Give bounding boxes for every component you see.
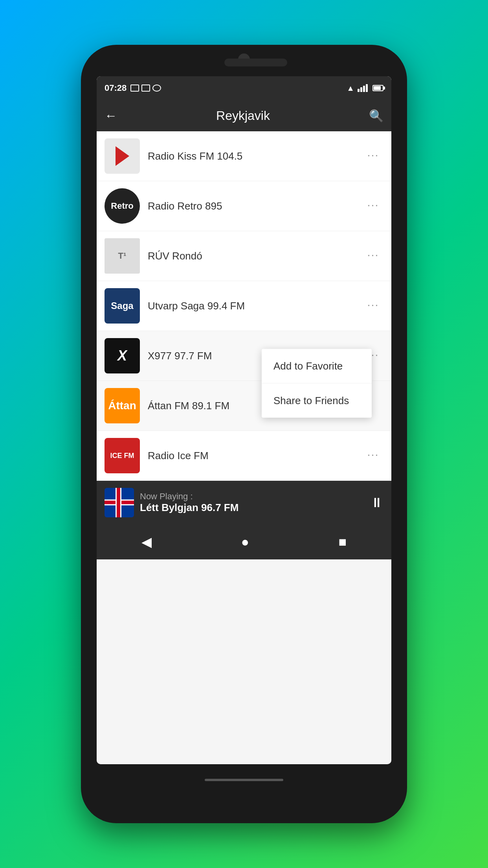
nav-recent-button[interactable]: ■ [339, 534, 347, 550]
add-to-favorite-button[interactable]: Add to Favorite [262, 349, 372, 384]
station-name: Radio Ice FM [148, 450, 363, 462]
home-indicator [205, 779, 283, 781]
wifi-icon: ▲ [347, 84, 354, 93]
status-bar: 07:28 ▲ [97, 76, 391, 100]
list-item[interactable]: ICE FM Radio Ice FM ⋮ [97, 431, 391, 481]
list-item[interactable]: X X977 97.7 FM ⋮ Add to Favorite Share t… [97, 331, 391, 381]
station-logo-kiss [105, 138, 140, 174]
station-name: Utvarp Saga 99.4 FM [148, 300, 363, 312]
signal-icon [358, 84, 368, 92]
now-playing-bar: Now Playing : Létt Bylgjan 96.7 FM ⏸ [97, 481, 391, 524]
station-logo-attan: Áttan [105, 388, 140, 423]
status-icon-2 [141, 85, 150, 92]
station-logo-ice: ICE FM [105, 438, 140, 473]
list-item[interactable]: Saga Utvarp Saga 99.4 FM ⋮ [97, 281, 391, 331]
station-list: Radio Kiss FM 104.5 ⋮ Retro Radio Retro … [97, 131, 391, 481]
bottom-navigation: ◀ ● ■ [97, 524, 391, 559]
station-logo-x977: X [105, 338, 140, 373]
back-button[interactable]: ← [105, 108, 117, 123]
search-button[interactable]: 🔍 [369, 109, 383, 123]
status-time: 07:28 [105, 83, 127, 93]
now-playing-logo [105, 488, 134, 517]
more-options-button[interactable]: ⋮ [363, 196, 383, 216]
status-icon-3 [152, 85, 161, 92]
nav-back-button[interactable]: ◀ [141, 534, 152, 550]
list-item[interactable]: Radio Kiss FM 104.5 ⋮ [97, 131, 391, 181]
station-name: Radio Kiss FM 104.5 [148, 150, 363, 162]
station-logo-ruv: T¹ [105, 238, 140, 274]
nav-home-button[interactable]: ● [241, 534, 249, 550]
more-options-button[interactable]: ⋮ [363, 146, 383, 166]
more-options-button[interactable]: ⋮ [363, 296, 383, 316]
station-name: Radio Retro 895 [148, 200, 363, 212]
now-playing-info: Now Playing : Létt Bylgjan 96.7 FM [140, 491, 364, 514]
battery-icon [372, 85, 383, 91]
station-name: RÚV Rondó [148, 250, 363, 262]
app-bar: ← Reykjavik 🔍 [97, 100, 391, 131]
more-options-button[interactable]: ⋮ [363, 446, 383, 465]
context-menu: Add to Favorite Share to Friends [262, 349, 372, 418]
share-to-friends-button[interactable]: Share to Friends [262, 384, 372, 418]
status-icon-1 [130, 85, 139, 92]
station-logo-retro: Retro [105, 188, 140, 224]
list-item[interactable]: T¹ RÚV Rondó ⋮ [97, 231, 391, 281]
station-logo-saga: Saga [105, 288, 140, 324]
page-title: Reykjavik [125, 108, 361, 123]
now-playing-label: Now Playing : [140, 491, 364, 502]
list-item[interactable]: Retro Radio Retro 895 ⋮ [97, 181, 391, 231]
more-options-button[interactable]: ⋮ [363, 246, 383, 266]
now-playing-station: Létt Bylgjan 96.7 FM [140, 502, 364, 514]
pause-button[interactable]: ⏸ [370, 495, 383, 510]
